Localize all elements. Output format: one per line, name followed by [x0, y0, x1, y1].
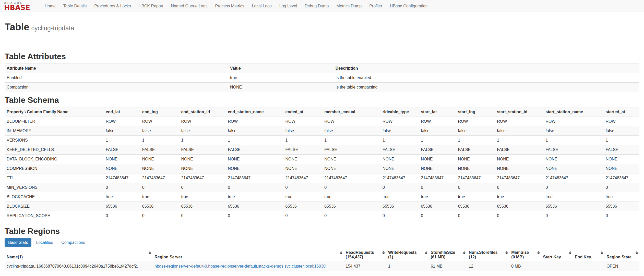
schema-corner-header: Property \ Column Family Name — [5, 107, 104, 117]
regions-col-mem-size[interactable]: MemSize(0 MB) — [509, 249, 541, 261]
schema-value-cell: true — [456, 192, 495, 202]
schema-value-cell: false — [179, 126, 226, 136]
region-cell-read-requests: 154,437 — [344, 261, 386, 271]
hbase-logo[interactable]: APACHE HBASE — [4, 1, 37, 11]
schema-value-cell: 0 — [456, 211, 495, 221]
schema-value-cell: 65536 — [140, 202, 179, 211]
schema-family-start-lat: start_lat — [419, 107, 456, 117]
schema-property-name: MIN_VERSIONS — [5, 183, 104, 192]
regions-col-region-server[interactable]: Region Server — [152, 249, 343, 261]
schema-value-cell: 0 — [495, 211, 543, 221]
attributes-table: Attribute NameValueDescriptionEnabledtru… — [5, 64, 639, 92]
schema-value-cell: FALSE — [380, 145, 419, 155]
regions-col-read-requests[interactable]: ReadRequests(154,437) — [344, 249, 386, 261]
schema-value-cell: true — [419, 192, 456, 202]
schema-value-cell: 2147483647 — [543, 173, 603, 183]
nav-link-log-level[interactable]: Log Level — [276, 0, 301, 12]
schema-value-cell: NONE — [226, 164, 283, 173]
sort-icon — [636, 251, 638, 254]
schema-value-cell: false — [419, 126, 456, 136]
schema-value-cell: 65536 — [419, 202, 456, 211]
regions-tabs: Base StatsLocalitiesCompactions — [5, 238, 639, 247]
schema-value-cell: 1 — [140, 136, 179, 145]
schema-value-cell: false — [104, 126, 140, 136]
nav-link-home[interactable]: Home — [41, 0, 59, 12]
schema-value-cell: NONE — [283, 164, 323, 173]
schema-value-cell: FALSE — [456, 145, 495, 155]
nav-link-process-metrics[interactable]: Process Metrics — [211, 0, 248, 12]
schema-row-data-block-encoding: DATA_BLOCK_ENCODINGNONENONENONENONENONEN… — [5, 155, 639, 164]
schema-value-cell: 2147483647 — [283, 173, 323, 183]
top-navbar: APACHE HBASE HomeTable DetailsProcedures… — [0, 0, 644, 12]
schema-value-cell: NONE — [543, 164, 603, 173]
regions-col-num-storefiles[interactable]: Num.Storefiles(12) — [467, 249, 509, 261]
schema-value-cell: FALSE — [104, 145, 140, 155]
schema-value-cell: 0 — [322, 183, 380, 192]
schema-family-end-station-id: end_station_id — [179, 107, 226, 117]
regions-col-label: (154,437) — [346, 255, 381, 259]
sort-icon — [425, 251, 427, 254]
nav-link-table-details[interactable]: Table Details — [59, 0, 91, 12]
region-cell-region-server: hbase-regionserver-default-0.hbase-regio… — [152, 261, 343, 271]
nav-item: Debug Dump — [301, 0, 332, 12]
schema-family-start-station-name: start_station_name — [543, 107, 603, 117]
nav-link-profiler[interactable]: Profiler — [365, 0, 386, 12]
schema-row-min-versions: MIN_VERSIONS000000000000 — [5, 183, 639, 192]
schema-value-cell: FALSE — [179, 145, 226, 155]
nav-link-named-queue-logs[interactable]: Named Queue Logs — [167, 0, 211, 12]
nav-link-hbase-configuration[interactable]: HBase Configuration — [386, 0, 432, 12]
region-server-link[interactable]: hbase-regionserver-default-0.hbase-regio… — [154, 264, 326, 268]
schema-value-cell: 2147483647 — [419, 173, 456, 183]
schema-family-end-station-name: end_station_name — [226, 107, 283, 117]
schema-value-cell: 0 — [543, 183, 603, 192]
regions-col-write-requests[interactable]: WriteRequests(1) — [386, 249, 429, 261]
tab-localities[interactable]: Localities — [32, 238, 57, 247]
schema-value-cell: FALSE — [322, 145, 380, 155]
nav-item: Table Details — [59, 0, 91, 12]
regions-col-start-key[interactable]: Start Key — [541, 249, 573, 261]
schema-row-blocksize: BLOCKSIZE6553665536655366553665536655366… — [5, 202, 639, 211]
attributes-col-value: Value — [228, 64, 333, 73]
schema-value-cell: FALSE — [226, 145, 283, 155]
tab-base-stats[interactable]: Base Stats — [5, 238, 31, 247]
schema-value-cell: 0 — [543, 211, 603, 221]
schema-value-cell: 0 — [140, 211, 179, 221]
attributes-table-body: Attribute NameValueDescriptionEnabledtru… — [5, 64, 639, 92]
attributes-col-description: Description — [333, 64, 639, 73]
schema-value-cell: 2147483647 — [226, 173, 283, 183]
schema-value-cell: NONE — [104, 155, 140, 164]
schema-value-cell: ROW — [226, 117, 283, 126]
nav-link-debug-dump[interactable]: Debug Dump — [301, 0, 332, 12]
table-name: cycling-tripdata — [31, 24, 74, 32]
nav-link-local-logs[interactable]: Local Logs — [248, 0, 275, 12]
schema-table-body: Property \ Column Family Nameend_latend_… — [5, 107, 639, 221]
sort-icon — [569, 251, 571, 254]
regions-col-region-state[interactable]: Region State — [604, 249, 639, 261]
regions-col-label: MemSize — [511, 250, 536, 255]
regions-col-label: WriteRequests — [388, 250, 424, 255]
schema-value-cell: FALSE — [543, 145, 603, 155]
region-cell-start-key — [541, 261, 573, 271]
schema-value-cell: ROW — [179, 117, 226, 126]
schema-value-cell: 0 — [179, 183, 226, 192]
schema-family-end-lng: end_lng — [140, 107, 179, 117]
schema-value-cell: NONE — [495, 164, 543, 173]
schema-value-cell: NONE — [495, 155, 543, 164]
regions-col-label: Region Server — [154, 255, 338, 259]
regions-table-head: Name(1)Region ServerReadRequests(154,437… — [5, 249, 639, 261]
nav-link-metrics-dump[interactable]: Metrics Dump — [332, 0, 365, 12]
schema-value-cell: 0 — [456, 183, 495, 192]
region-cell-write-requests: 1 — [386, 261, 429, 271]
regions-col-name[interactable]: Name(1) — [5, 249, 152, 261]
tab-compactions[interactable]: Compactions — [58, 238, 89, 247]
nav-link-hbck-report[interactable]: HBCK Report — [135, 0, 167, 12]
schema-value-cell: 65536 — [543, 202, 603, 211]
regions-col-storefile-size[interactable]: StorefileSize(61 MB) — [429, 249, 467, 261]
nav-link-procedures-locks[interactable]: Procedures & Locks — [90, 0, 135, 12]
regions-col-end-key[interactable]: End Key — [573, 249, 604, 261]
schema-table: Property \ Column Family Nameend_latend_… — [5, 107, 639, 220]
schema-value-cell: false — [322, 126, 380, 136]
schema-value-cell: ROW — [495, 117, 543, 126]
schema-value-cell: 65536 — [495, 202, 543, 211]
schema-property-name: TTL — [5, 173, 104, 183]
